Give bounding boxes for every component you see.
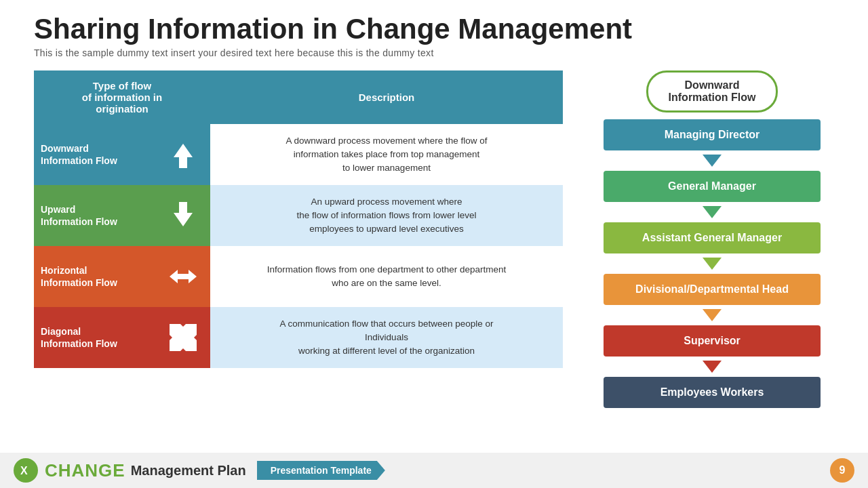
org-box: Divisional/Departmental Head <box>604 274 821 305</box>
row-label-text: HorizontalInformation Flow <box>41 264 163 289</box>
up-arrow-icon <box>163 195 203 236</box>
row-label-downward: DownwardInformation Flow <box>34 124 210 185</box>
row-desc-downward: A downward process movement where the fl… <box>210 124 563 185</box>
footer: X CHANGE Management Plan Presentation Te… <box>0 453 868 488</box>
org-arrow-icon <box>703 155 722 167</box>
main-content: Type of flowof information inorigination… <box>0 64 868 408</box>
down-arrow-icon <box>163 134 203 175</box>
info-table: Type of flowof information inorigination… <box>34 70 563 368</box>
org-level-managing-director: Managing Director <box>590 119 834 171</box>
row-label-horizontal: HorizontalInformation Flow <box>34 246 210 307</box>
row-label-diagonal: DiagonalInformation Flow <box>34 307 210 368</box>
org-arrow-icon <box>703 361 722 373</box>
org-chart-section: DownwardInformation Flow Managing Direct… <box>590 70 834 408</box>
subtitle: This is the sample dummy text insert you… <box>34 47 834 58</box>
page-number: 9 <box>830 458 854 483</box>
org-box: Employees Workers <box>604 377 821 408</box>
org-level-supervisor: Supervisor <box>590 325 834 377</box>
org-box: General Manager <box>604 171 821 202</box>
org-level-employees: Employees Workers <box>590 377 834 408</box>
row-desc-diagonal: A communication flow that occurs between… <box>210 307 563 368</box>
diagonal-arrow-icon <box>163 317 203 358</box>
row-label-text: UpwardInformation Flow <box>41 203 163 228</box>
col-desc-header: Description <box>210 70 563 124</box>
brand-mgmt: Management Plan <box>131 463 246 479</box>
info-table-section: Type of flowof information inorigination… <box>34 70 563 408</box>
org-chart-title: DownwardInformation Flow <box>646 70 778 113</box>
svg-marker-1 <box>174 202 193 226</box>
org-box: Supervisor <box>604 325 821 357</box>
table-row: DiagonalInformation Flow <box>34 307 563 368</box>
org-box: Assistant General Manager <box>604 222 821 253</box>
row-label-text: DiagonalInformation Flow <box>41 325 163 350</box>
page-title: Sharing Information in Change Management <box>34 14 834 45</box>
row-label-text: DownwardInformation Flow <box>41 142 163 167</box>
svg-text:X: X <box>20 465 28 476</box>
table-row: HorizontalInformation Flow Information f… <box>34 246 563 307</box>
org-arrow-icon <box>703 258 722 270</box>
brand-change: CHANGE <box>45 460 125 481</box>
row-desc-upward: An upward process movement wherethe flow… <box>210 185 563 246</box>
org-box: Managing Director <box>604 119 821 150</box>
brand-logo: X <box>14 458 38 483</box>
row-label-upward: UpwardInformation Flow <box>34 185 210 246</box>
svg-marker-2 <box>170 270 197 283</box>
svg-marker-0 <box>174 144 193 168</box>
col-type-header: Type of flowof information inorigination <box>34 70 210 124</box>
org-arrow-icon <box>703 309 722 321</box>
org-arrow-icon <box>703 206 722 218</box>
table-row: UpwardInformation Flow An upward process… <box>34 185 563 246</box>
org-level-asst-general: Assistant General Manager <box>590 222 834 274</box>
table-row: DownwardInformation Flow A downward proc… <box>34 124 563 185</box>
row-desc-horizontal: Information flows from one department to… <box>210 246 563 307</box>
org-level-divisional: Divisional/Departmental Head <box>590 274 834 325</box>
org-level-general-manager: General Manager <box>590 171 834 222</box>
presentation-badge: Presentation Template <box>257 461 385 480</box>
left-right-arrow-icon <box>163 256 203 297</box>
header: Sharing Information in Change Management… <box>0 0 868 64</box>
